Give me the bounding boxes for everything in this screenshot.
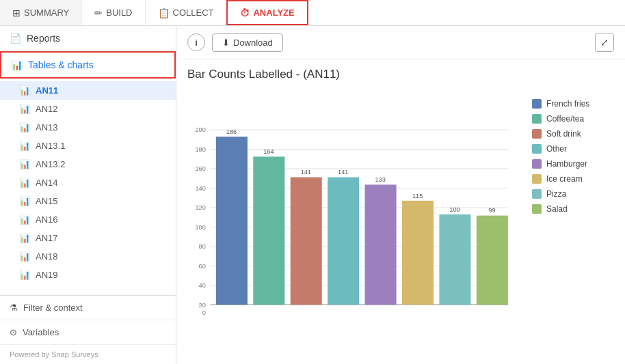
- sidebar-item-label-AN13_2: AN13.2: [36, 159, 65, 169]
- nav-collect[interactable]: 📋 COLLECT: [146, 0, 227, 25]
- sidebar-item-AN15[interactable]: 📊 AN15: [0, 192, 176, 210]
- top-nav: ⊞ SUMMARY ✏ BUILD 📋 COLLECT ⏱ ANALYZE: [0, 0, 625, 26]
- summary-icon: ⊞: [12, 8, 21, 18]
- sidebar-item-AN13_1[interactable]: 📊 AN13.1: [0, 137, 176, 155]
- sidebar-reports[interactable]: 📄 Reports: [0, 26, 176, 51]
- legend-coffee-tea: Coffee/tea: [532, 114, 614, 124]
- sidebar-item-label-AN16: AN16: [36, 214, 58, 225]
- chart-icon-AN16: 📊: [19, 214, 30, 225]
- bar-soft-drink: [291, 178, 322, 305]
- chart-container: 200 180 160 140 120 100 80 60 40 20: [187, 85, 614, 357]
- download-button[interactable]: ⬇ Download: [212, 33, 283, 52]
- legend-label-coffee-tea: Coffee/tea: [546, 114, 584, 124]
- legend-pizza: Pizza: [532, 189, 614, 199]
- sidebar-item-label-AN17: AN17: [36, 233, 58, 243]
- svg-text:180: 180: [195, 146, 205, 153]
- sidebar-item-label-AN11: AN11: [36, 85, 58, 96]
- sidebar-item-AN19[interactable]: 📊 AN19: [0, 266, 176, 284]
- sidebar-bottom: ⚗ Filter & context ⊙ Variables Powered b…: [0, 295, 176, 364]
- analyze-icon: ⏱: [240, 8, 250, 18]
- nav-collect-label: COLLECT: [173, 8, 214, 18]
- sidebar-item-AN16[interactable]: 📊 AN16: [0, 210, 176, 229]
- legend-label-hamburger: Hamburger: [546, 159, 587, 169]
- bar-french-fries: [216, 137, 248, 305]
- nav-build[interactable]: ✏ BUILD: [82, 0, 145, 25]
- sidebar-list: 📊 AN11 📊 AN12 📊 AN13 📊 AN13.1 📊 A: [0, 79, 176, 295]
- bar-salad: [477, 216, 508, 305]
- content-toolbar: i ⬇ Download ⤢: [176, 26, 625, 59]
- chart-icon-AN13_2: 📊: [19, 159, 30, 169]
- main-layout: 📄 Reports 📊 Tables & charts 📊 AN11 📊 AN1…: [0, 26, 625, 364]
- svg-text:133: 133: [375, 176, 385, 183]
- svg-text:100: 100: [449, 206, 460, 213]
- nav-analyze-label: ANALYZE: [253, 8, 294, 18]
- svg-text:0: 0: [202, 309, 206, 316]
- tables-charts-icon: 📊: [11, 59, 23, 70]
- sidebar-item-label-AN18: AN18: [36, 251, 58, 262]
- svg-text:164: 164: [263, 148, 274, 155]
- sidebar-item-label-AN19: AN19: [36, 270, 58, 280]
- sidebar-filter[interactable]: ⚗ Filter & context: [0, 296, 176, 320]
- legend-label-ice-cream: Ice cream: [546, 174, 583, 184]
- sidebar-item-label-AN13_1: AN13.1: [36, 141, 65, 151]
- svg-text:80: 80: [199, 243, 206, 250]
- svg-text:60: 60: [199, 263, 206, 270]
- legend-color-hamburger: [532, 159, 542, 169]
- sidebar-item-AN12[interactable]: 📊 AN12: [0, 100, 176, 118]
- legend-label-french-fries: French fries: [546, 99, 589, 109]
- nav-build-label: BUILD: [106, 8, 132, 18]
- chart-icon-AN13: 📊: [19, 122, 30, 132]
- legend-area: French fries Coffee/tea Soft drink Other: [525, 85, 614, 219]
- build-icon: ✏: [94, 8, 103, 18]
- chart-icon-AN12: 📊: [19, 104, 30, 114]
- chart-icon-AN19: 📊: [19, 270, 30, 280]
- sidebar-item-AN18[interactable]: 📊 AN18: [0, 247, 176, 266]
- bar-coffee-tea: [253, 156, 284, 305]
- expand-button[interactable]: ⤢: [595, 33, 614, 52]
- sidebar-item-AN13[interactable]: 📊 AN13: [0, 118, 176, 137]
- svg-text:120: 120: [195, 204, 205, 211]
- sidebar-item-label-AN14: AN14: [36, 178, 58, 188]
- legend-ice-cream: Ice cream: [532, 174, 614, 184]
- reports-label: Reports: [27, 33, 60, 44]
- legend-color-ice-cream: [532, 174, 542, 184]
- svg-text:140: 140: [195, 185, 205, 192]
- svg-text:200: 200: [195, 126, 205, 133]
- legend-label-soft-drink: Soft drink: [546, 129, 581, 139]
- info-button[interactable]: i: [187, 33, 205, 51]
- chart-icon-AN15: 📊: [19, 196, 30, 206]
- sidebar-item-AN14[interactable]: 📊 AN14: [0, 173, 176, 192]
- nav-summary-label: SUMMARY: [24, 8, 69, 18]
- legend-color-other: [532, 144, 542, 154]
- sidebar-variables[interactable]: ⊙ Variables: [0, 320, 176, 345]
- legend-french-fries: French fries: [532, 99, 614, 109]
- sidebar-item-AN17[interactable]: 📊 AN17: [0, 229, 176, 247]
- svg-text:100: 100: [195, 224, 205, 231]
- chart-icon-AN13_1: 📊: [19, 141, 30, 151]
- legend-soft-drink: Soft drink: [532, 129, 614, 139]
- sidebar-item-label-AN12: AN12: [36, 104, 58, 114]
- variables-icon: ⊙: [10, 327, 17, 337]
- svg-text:40: 40: [199, 282, 206, 289]
- filter-label: Filter & context: [23, 303, 83, 313]
- sidebar-item-AN11[interactable]: 📊 AN11: [0, 81, 176, 100]
- legend-color-salad: [532, 204, 542, 214]
- svg-text:186: 186: [226, 128, 237, 135]
- legend-color-french-fries: [532, 99, 542, 109]
- chart-icon-AN17: 📊: [19, 233, 30, 243]
- chart-icon-AN18: 📊: [19, 251, 30, 262]
- svg-text:115: 115: [412, 193, 423, 199]
- svg-text:141: 141: [301, 169, 311, 176]
- reports-icon: 📄: [10, 33, 21, 44]
- sidebar-item-AN13_2[interactable]: 📊 AN13.2: [0, 155, 176, 173]
- legend-color-soft-drink: [532, 129, 542, 139]
- bar-chart-svg: 200 180 160 140 120 100 80 60 40 20: [187, 85, 525, 357]
- legend-color-pizza: [532, 189, 542, 199]
- nav-analyze[interactable]: ⏱ ANALYZE: [226, 0, 308, 25]
- legend-other: Other: [532, 144, 614, 154]
- sidebar-tables-charts[interactable]: 📊 Tables & charts: [0, 51, 176, 79]
- legend-salad: Salad: [532, 204, 614, 214]
- legend-hamburger: Hamburger: [532, 159, 614, 169]
- svg-text:99: 99: [488, 207, 495, 214]
- nav-summary[interactable]: ⊞ SUMMARY: [0, 0, 82, 25]
